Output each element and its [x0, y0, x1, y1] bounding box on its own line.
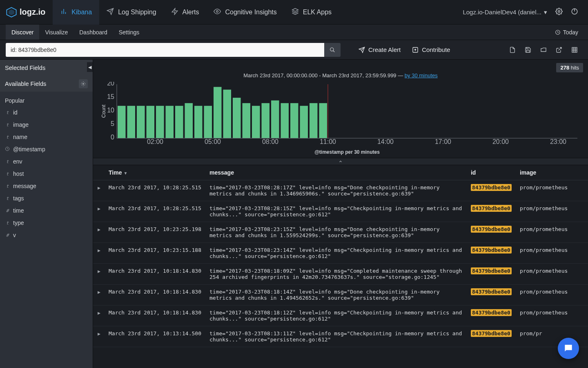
grid-icon — [571, 47, 578, 53]
histogram-panel: March 23rd 2017, 00:00:00.000 - March 23… — [93, 72, 588, 158]
topnav-item-cognitive-insights[interactable]: Cognitive Insights — [206, 0, 284, 25]
subnav-item-visualize[interactable]: Visualize — [39, 25, 74, 40]
field-item-name[interactable]: tname — [0, 131, 93, 143]
cell-message: time="2017-03-23T08:23:15Z" level=info m… — [205, 222, 467, 243]
field-type-icon: t — [5, 159, 10, 164]
field-item-time[interactable]: #time — [0, 204, 93, 217]
chevron-up-icon — [338, 159, 343, 164]
row-expand-toggle[interactable]: ▸ — [93, 326, 105, 347]
field-item-type[interactable]: ttype — [0, 217, 93, 229]
save-search-button[interactable] — [520, 43, 536, 57]
query-input[interactable] — [6, 43, 324, 57]
table-config-button[interactable] — [567, 43, 582, 57]
histogram-collapse-toggle[interactable] — [93, 158, 588, 165]
cell-message: time="2017-03-23T08:18:12Z" level=info m… — [205, 305, 467, 326]
field-type-icon — [5, 146, 10, 153]
chat-icon — [563, 343, 574, 354]
account-label: Logz.io-DanielDev4 (daniel... — [463, 9, 541, 16]
field-item-env[interactable]: tenv — [0, 155, 93, 168]
column-header-time[interactable]: Time▼ — [105, 165, 205, 180]
query-bar: Create Alert Contribute — [0, 40, 588, 60]
row-expand-toggle[interactable]: ▸ — [93, 180, 105, 201]
subnav-item-discover[interactable]: Discover — [6, 25, 39, 40]
brand-logo[interactable]: logz.io — [6, 7, 45, 18]
query-submit-button[interactable] — [324, 43, 341, 57]
cell-id: 84379bdbe8e0 — [467, 222, 516, 243]
highlighted-id: 84379bdbe8e0 — [471, 205, 512, 212]
svg-rect-41 — [223, 90, 232, 138]
field-item-tags[interactable]: ttags — [0, 192, 93, 204]
share-icon — [412, 47, 419, 53]
new-search-button[interactable] — [505, 43, 520, 57]
row-expand-toggle[interactable]: ▸ — [93, 285, 105, 305]
cell-message: time="2017-03-23T08:13:11Z" level=info m… — [205, 326, 467, 347]
topnav-item-log-shipping[interactable]: Log Shipping — [99, 0, 163, 25]
topnav-item-label: Kibana — [71, 9, 92, 16]
topnav-item-kibana[interactable]: Kibana — [53, 0, 99, 25]
field-item-message[interactable]: tmessage — [0, 180, 93, 192]
cell-time: March 23rd 2017, 10:18:14.830 — [105, 264, 205, 285]
svg-text:05:00: 05:00 — [205, 138, 221, 145]
svg-rect-35 — [166, 106, 174, 138]
svg-point-12 — [330, 47, 334, 51]
field-item-at-timestamp[interactable]: @timestamp — [0, 143, 93, 155]
field-type-icon: # — [5, 208, 10, 213]
bar-chart-icon — [60, 8, 67, 17]
svg-rect-38 — [194, 106, 203, 138]
field-item-host[interactable]: thost — [0, 168, 93, 180]
field-item-v[interactable]: #v — [0, 229, 93, 241]
svg-rect-31 — [127, 106, 136, 138]
row-expand-toggle[interactable]: ▸ — [93, 201, 105, 222]
open-search-button[interactable] — [536, 43, 551, 57]
intercom-chat-button[interactable] — [558, 338, 579, 359]
svg-marker-5 — [172, 8, 178, 14]
field-name: time — [13, 207, 24, 214]
folder-open-icon — [540, 47, 547, 53]
cell-id: 84379bdbe8e0 — [467, 264, 516, 285]
field-item-image[interactable]: timage — [0, 119, 93, 131]
histogram-chart[interactable]: 05101520Count02:0005:0008:0011:0014:0017… — [98, 82, 583, 155]
column-header-image[interactable]: image — [516, 165, 588, 180]
cell-image: prom/prometheus — [516, 264, 588, 285]
topnav-item-elk-apps[interactable]: ELK Apps — [284, 0, 339, 25]
row-expand-toggle[interactable]: ▸ — [93, 222, 105, 243]
svg-text:02:00: 02:00 — [147, 138, 163, 145]
results-table-scroll[interactable]: Time▼messageidimage ▸March 23rd 2017, 10… — [93, 165, 588, 368]
cell-time: March 23rd 2017, 10:28:25.515 — [105, 201, 205, 222]
share-search-button[interactable] — [551, 43, 567, 57]
cell-message: time="2017-03-23T08:28:15Z" level=info m… — [205, 201, 467, 222]
field-name: id — [13, 109, 18, 116]
table-row: ▸March 23rd 2017, 10:18:14.830time="2017… — [93, 285, 588, 305]
create-alert-label: Create Alert — [368, 46, 401, 53]
column-header-id[interactable]: id — [467, 165, 516, 180]
row-expand-toggle[interactable]: ▸ — [93, 305, 105, 326]
svg-rect-44 — [252, 106, 260, 138]
svg-rect-40 — [214, 87, 222, 138]
cell-id: 84379bdbe8e0 — [467, 305, 516, 326]
topnav-item-alerts[interactable]: Alerts — [164, 0, 207, 25]
subnav-item-settings[interactable]: Settings — [113, 25, 145, 40]
settings-gear-button[interactable] — [551, 8, 567, 17]
subnav-item-dashboard[interactable]: Dashboard — [74, 25, 113, 40]
field-name: type — [13, 220, 24, 226]
field-filter-settings-button[interactable] — [79, 79, 88, 88]
contribute-button[interactable]: Contribute — [406, 43, 456, 57]
svg-line-15 — [559, 47, 561, 50]
column-header-message[interactable]: message — [205, 165, 467, 180]
row-expand-toggle[interactable]: ▸ — [93, 264, 105, 285]
svg-text:Count: Count — [101, 104, 107, 118]
interval-picker-link[interactable]: by 30 minutes — [405, 72, 438, 79]
field-type-icon: t — [5, 171, 10, 177]
field-type-icon: t — [5, 135, 10, 140]
top-nav: logz.io KibanaLog ShippingAlertsCognitiv… — [0, 0, 588, 25]
create-alert-button[interactable]: Create Alert — [353, 43, 406, 57]
field-item-id[interactable]: tid — [0, 106, 93, 119]
row-expand-toggle[interactable]: ▸ — [93, 243, 105, 264]
svg-marker-7 — [292, 8, 298, 11]
time-range-picker[interactable]: Today — [551, 25, 582, 40]
discover-main: 278 hits March 23rd 2017, 00:00:00.000 -… — [93, 60, 588, 368]
account-switcher[interactable]: Logz.io-DanielDev4 (daniel... ▾ — [459, 9, 551, 16]
sidebar-collapse-toggle[interactable]: ◀ — [87, 62, 93, 72]
logout-button[interactable] — [567, 8, 582, 17]
field-name: env — [13, 158, 22, 165]
